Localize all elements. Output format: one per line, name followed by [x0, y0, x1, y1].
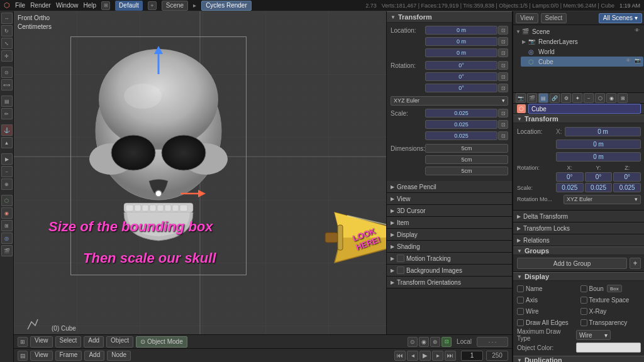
obj-color-picker[interactable]	[576, 343, 641, 353]
object-btn[interactable]: Object	[106, 336, 133, 348]
add-to-group-btn[interactable]: Add to Group	[517, 258, 627, 269]
wire-draw-select[interactable]: Wire ▾	[576, 330, 611, 340]
rot-y-field[interactable]: 0°	[425, 72, 497, 81]
particles-btn[interactable]: ✦	[572, 93, 582, 103]
loc-y-field[interactable]: 0 m	[425, 37, 497, 46]
loc-z-field[interactable]: 0 m	[425, 48, 497, 57]
motion-tracking-header[interactable]: ▶ Motion Tracking	[387, 253, 512, 264]
p-rot-x[interactable]: 0°	[556, 172, 584, 182]
draw-edges-checkbox[interactable]	[517, 319, 524, 326]
render-props-btn[interactable]: 📷	[516, 93, 526, 103]
toolbar-grease-pencil[interactable]: ✏	[1, 108, 13, 119]
view-btn[interactable]: View	[30, 336, 53, 348]
loc-z-copy[interactable]: ⊡	[498, 48, 508, 57]
item-header[interactable]: ▶ Item	[387, 217, 512, 228]
box-select[interactable]: Box	[607, 285, 622, 292]
scene-props-btn[interactable]: 🎬	[527, 93, 537, 103]
data-btn[interactable]: ⬡	[595, 93, 605, 103]
scale-x-field[interactable]: 0.025	[425, 109, 497, 118]
groups-section-header[interactable]: ▼ Groups	[513, 246, 644, 255]
p-rot-z[interactable]: 0°	[613, 172, 641, 182]
cursor-section-header[interactable]: ▶ 3D Cursor	[387, 205, 512, 216]
rot-y-copy[interactable]: ⊡	[498, 72, 508, 81]
toolbar-scale[interactable]: ⤡	[1, 38, 13, 49]
obj-name-input[interactable]	[528, 104, 641, 114]
bg-images-header[interactable]: ▶ Background Images	[387, 265, 512, 276]
rotation-mode-select[interactable]: XYZ Euler ▾	[391, 96, 508, 106]
scale-x-copy[interactable]: ⊡	[498, 109, 508, 118]
duplication-header[interactable]: ▼ Duplication	[513, 356, 644, 362]
delta-header[interactable]: ▶ Delta Transform	[513, 211, 644, 222]
timeline-node[interactable]: Node	[107, 351, 131, 361]
name-checkbox[interactable]	[517, 285, 524, 292]
scale-z-field[interactable]: 0.025	[425, 131, 497, 140]
boun-checkbox[interactable]	[580, 285, 587, 292]
vp-ctrl-2[interactable]: ◉	[419, 337, 429, 347]
file-menu[interactable]: File	[15, 2, 25, 9]
cube-render[interactable]: 📷	[635, 58, 642, 65]
render-engine-selector[interactable]: Scene	[162, 1, 188, 11]
xray-checkbox[interactable]	[580, 308, 587, 315]
vp-ctrl-3[interactable]: ⊛	[430, 337, 440, 347]
toolbar-scene[interactable]: 🎬	[1, 245, 13, 256]
display-section-header[interactable]: ▼ Display	[513, 272, 644, 281]
cycles-render[interactable]: Cycles Render	[201, 1, 252, 11]
toolbar-relationship[interactable]: ⚓	[1, 124, 13, 136]
toolbar-texture[interactable]: ⊞	[1, 220, 13, 231]
motion-checkbox[interactable]	[397, 255, 404, 262]
skip-forward-btn[interactable]: ⏭	[445, 351, 456, 361]
display-section-n-header[interactable]: ▶ Display	[387, 229, 512, 240]
material-btn[interactable]: ◉	[606, 93, 616, 103]
modifiers-btn[interactable]: ⚙	[561, 93, 571, 103]
p-rot-y[interactable]: 0°	[585, 172, 613, 182]
3d-viewport[interactable]: Front Ortho Centimeters	[14, 11, 386, 334]
scale-y-field[interactable]: 0.025	[425, 120, 497, 129]
toolbar-parent[interactable]: ▲	[1, 137, 13, 148]
window-menu[interactable]: Window	[56, 2, 79, 9]
layout-icon[interactable]: ⊞	[101, 1, 110, 10]
axis-checkbox[interactable]	[517, 297, 524, 304]
transform-section-header[interactable]: ▼ Transform	[387, 11, 512, 23]
dim-z-field[interactable]: 5cm	[425, 167, 508, 175]
toolbar-object-tools[interactable]: ▤	[1, 96, 13, 107]
rot-z-copy[interactable]: ⊡	[498, 84, 508, 92]
help-menu[interactable]: Help	[84, 2, 97, 9]
toolbar-mirror[interactable]: ⟺	[1, 79, 13, 90]
p-rot-mode-select[interactable]: XYZ Euler ▾	[564, 195, 641, 204]
scale-y-copy[interactable]: ⊡	[498, 120, 508, 129]
transform-props-header[interactable]: ▼ Transform	[513, 114, 644, 123]
add-btn[interactable]: Add	[84, 336, 104, 348]
toolbar-anim-insert[interactable]: ⊕	[1, 178, 13, 190]
timeline-icon[interactable]: ▤	[18, 351, 28, 361]
p-loc-z[interactable]: 0 m	[556, 152, 641, 162]
transform-orient-header[interactable]: ▶ Transform Orientations	[387, 277, 512, 288]
tree-scene-row[interactable]: ▼ 🎬 Scene 👁	[514, 26, 643, 36]
toolbar-world[interactable]: ◎	[1, 233, 13, 244]
toolbar-physics[interactable]: ~	[1, 166, 13, 177]
scale-z-copy[interactable]: ⊡	[498, 131, 508, 140]
trans-checkbox[interactable]	[580, 319, 587, 326]
relations-header[interactable]: ▶ Relations	[513, 234, 644, 246]
p-scale-x[interactable]: 0.025	[556, 183, 584, 192]
p-scale-y[interactable]: 0.025	[585, 183, 613, 192]
toolbar-translate[interactable]: ↔	[1, 13, 13, 24]
view-controls-icon[interactable]: ⊞	[18, 337, 28, 347]
timeline-add[interactable]: Add	[84, 351, 104, 361]
p-loc-x[interactable]: 0 m	[565, 127, 641, 136]
prev-frame-btn[interactable]: ◂	[407, 351, 418, 361]
outliner-select-btn[interactable]: Select	[541, 13, 567, 23]
scene-eye[interactable]: 👁	[635, 28, 642, 35]
skip-back-btn[interactable]: ⏮	[394, 351, 406, 361]
cube-tree-row[interactable]: ⬡ Cube 👁 📷	[521, 57, 643, 67]
rot-x-copy[interactable]: ⊡	[498, 61, 508, 70]
play-btn[interactable]: ▶	[419, 351, 431, 361]
world-row[interactable]: ◎ World	[521, 47, 643, 57]
timeline-frame[interactable]: Frame	[55, 351, 82, 361]
frame-number[interactable]: 1	[461, 351, 483, 361]
dim-y-field[interactable]: 5cm	[425, 155, 508, 164]
render-menu[interactable]: Render	[30, 2, 51, 9]
toolbar-rotate[interactable]: ↻	[1, 25, 13, 36]
dim-x-field[interactable]: 5cm	[425, 144, 508, 153]
bg-checkbox[interactable]	[397, 266, 404, 274]
end-frame[interactable]: 250	[486, 351, 508, 361]
